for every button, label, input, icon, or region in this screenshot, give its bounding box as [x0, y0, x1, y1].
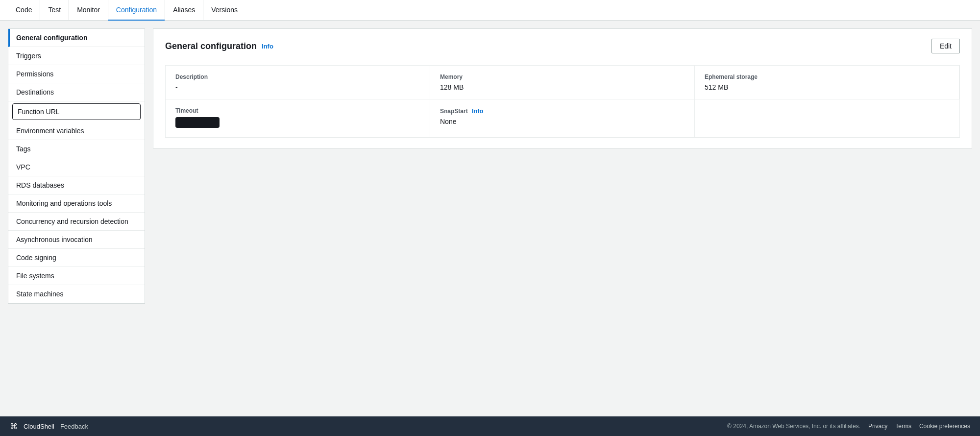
- sidebar-item-function-url[interactable]: Function URL: [12, 103, 141, 120]
- cloudshell-label[interactable]: CloudShell: [24, 423, 54, 430]
- snapstart-label-text: SnapStart: [440, 108, 468, 115]
- ephemeral-label: Ephemeral storage: [705, 73, 949, 80]
- sidebar: General configuration Triggers Permissio…: [8, 28, 145, 304]
- memory-value: 128 MB: [440, 83, 685, 91]
- panel-info-link[interactable]: Info: [262, 43, 273, 50]
- snapstart-info-link[interactable]: Info: [472, 107, 484, 115]
- copyright-text: © 2024, Amazon Web Services, Inc. or its…: [727, 423, 860, 430]
- sidebar-item-concurrency[interactable]: Concurrency and recursion detection: [8, 213, 145, 231]
- sidebar-item-general-configuration[interactable]: General configuration: [8, 29, 145, 47]
- timeout-value-redacted: [175, 117, 220, 128]
- description-label: Description: [175, 73, 420, 80]
- feedback-label[interactable]: Feedback: [60, 423, 88, 430]
- edit-button[interactable]: Edit: [931, 39, 960, 53]
- tab-code[interactable]: Code: [8, 0, 40, 21]
- snapstart-value: None: [440, 118, 685, 125]
- cloudshell-icon: ⌘: [10, 422, 18, 431]
- snapstart-label: SnapStart Info: [440, 107, 685, 115]
- tab-aliases[interactable]: Aliases: [165, 0, 203, 21]
- tab-configuration[interactable]: Configuration: [108, 0, 165, 21]
- main-content: General configuration Triggers Permissio…: [0, 21, 980, 416]
- sidebar-item-monitoring-tools[interactable]: Monitoring and operations tools: [8, 194, 145, 213]
- sidebar-item-rds-databases[interactable]: RDS databases: [8, 176, 145, 194]
- panel-title: General configuration Info: [165, 41, 273, 51]
- sidebar-item-tags[interactable]: Tags: [8, 140, 145, 158]
- tab-versions[interactable]: Versions: [203, 0, 245, 21]
- footer-left: ⌘ CloudShell Feedback: [10, 422, 88, 431]
- panel-header: General configuration Info Edit: [165, 39, 960, 53]
- config-grid: Description - Memory 128 MB Ephemeral st…: [165, 65, 960, 138]
- snapstart-cell: SnapStart Info None: [430, 99, 695, 138]
- configuration-panel: General configuration Info Edit Descript…: [153, 28, 972, 148]
- footer: ⌘ CloudShell Feedback © 2024, Amazon Web…: [0, 416, 980, 436]
- memory-label: Memory: [440, 73, 685, 80]
- sidebar-item-vpc[interactable]: VPC: [8, 158, 145, 176]
- sidebar-item-file-systems[interactable]: File systems: [8, 267, 145, 285]
- timeout-label: Timeout: [175, 107, 420, 114]
- privacy-link[interactable]: Privacy: [868, 423, 887, 430]
- description-value: -: [175, 83, 420, 91]
- footer-right: © 2024, Amazon Web Services, Inc. or its…: [727, 423, 970, 430]
- ephemeral-value: 512 MB: [705, 83, 949, 91]
- sidebar-item-environment-variables[interactable]: Environment variables: [8, 122, 145, 140]
- description-cell: Description -: [166, 66, 430, 99]
- ephemeral-cell: Ephemeral storage 512 MB: [695, 66, 959, 99]
- tab-bar: Code Test Monitor Configuration Aliases …: [0, 0, 980, 21]
- sidebar-item-state-machines[interactable]: State machines: [8, 285, 145, 303]
- sidebar-item-asynchronous[interactable]: Asynchronous invocation: [8, 231, 145, 249]
- cookie-link[interactable]: Cookie preferences: [919, 423, 970, 430]
- sidebar-item-permissions[interactable]: Permissions: [8, 65, 145, 83]
- memory-cell: Memory 128 MB: [430, 66, 695, 99]
- panel-title-text: General configuration: [165, 41, 257, 51]
- timeout-cell: Timeout: [166, 99, 430, 138]
- sidebar-item-code-signing[interactable]: Code signing: [8, 249, 145, 267]
- sidebar-item-destinations[interactable]: Destinations: [8, 83, 145, 101]
- empty-cell: [695, 99, 959, 138]
- sidebar-item-triggers[interactable]: Triggers: [8, 47, 145, 65]
- terms-link[interactable]: Terms: [895, 423, 911, 430]
- tab-test[interactable]: Test: [40, 0, 69, 21]
- tab-monitor[interactable]: Monitor: [69, 0, 108, 21]
